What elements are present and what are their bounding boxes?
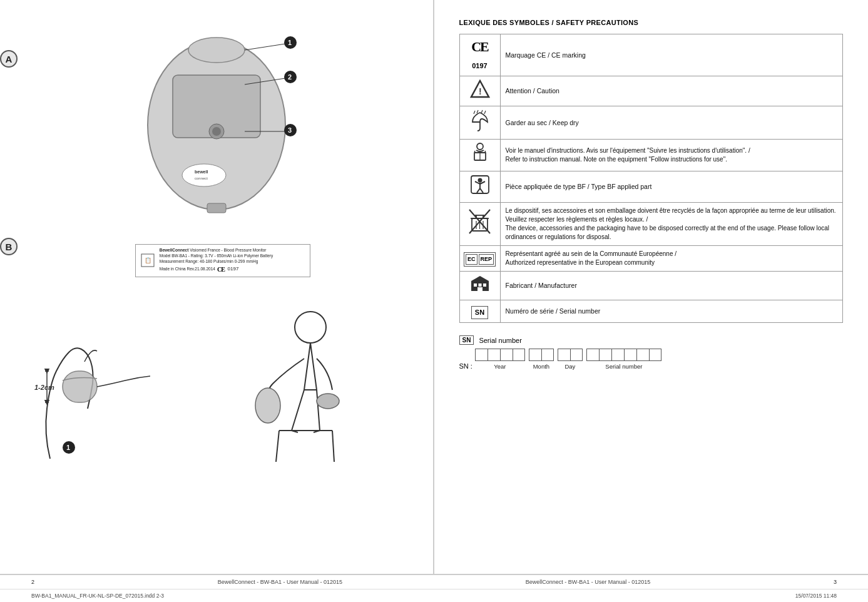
left-page: A bewell connect (0, 0, 434, 574)
usage-right-svg (223, 309, 360, 465)
svg-rect-21 (63, 371, 97, 402)
svg-rect-66 (477, 287, 483, 291)
symbol-cell-recycle (459, 202, 500, 245)
svg-text:bewell: bewell (195, 170, 208, 174)
instruction-symbol (463, 143, 497, 167)
sn-year-boxes (475, 349, 525, 361)
ce-marking-symbol: CE 0197 (463, 38, 497, 73)
sn-box-year-1 (475, 349, 488, 361)
manufacturer-symbol (463, 275, 497, 297)
device-svg: bewell connect 1 (91, 31, 354, 219)
sn-box-year-3 (500, 349, 513, 361)
sn-group-month: Month (529, 349, 554, 370)
sn-box-year-4 (513, 349, 525, 361)
sn-box-serial-5 (636, 349, 649, 361)
sn-box-serial-4 (624, 349, 636, 361)
section-title: LEXIQUE DES SYMBOLES / SAFETY PRECAUTION… (459, 19, 844, 26)
svg-rect-6 (207, 203, 226, 213)
svg-point-41 (477, 143, 483, 150)
bottom-bar: BW-BA1_MANUAL_FR-UK-NL-SP-DE_072015.indd… (0, 589, 868, 602)
ecrep-description: Représentant agréé au sein de la Communa… (500, 245, 843, 271)
bf-description: Pièce appliquée de type BF / Type BF app… (500, 171, 843, 202)
usage-illustrations: 1-2cm 1 (31, 309, 414, 467)
file-info: BW-BA1_MANUAL_FR-UK-NL-SP-DE_072015.indd… (31, 593, 164, 599)
sn-month-label: Month (533, 363, 549, 370)
sn-prefix: SN : (459, 362, 472, 370)
symbol-cell-sn: SN (459, 300, 500, 322)
sn-year-label: Year (494, 363, 506, 370)
sn-description: Numéro de série / Serial number (500, 300, 843, 322)
sn-label-row: SN Serial number (459, 335, 844, 345)
right-footer-text: BewellConnect - BW-BA1 - User Manual - 0… (526, 579, 650, 585)
svg-line-39 (481, 110, 483, 113)
svg-line-49 (477, 188, 480, 193)
device-svg-area: bewell connect 1 (91, 31, 354, 219)
left-page-number: 2 (31, 579, 34, 585)
svg-point-33 (255, 388, 280, 423)
svg-point-45 (477, 178, 482, 182)
sn-box-day-1 (558, 349, 570, 361)
warning-symbol: ! (463, 79, 497, 103)
svg-text:2: 2 (288, 73, 292, 81)
svg-text:1-2cm: 1-2cm (34, 384, 54, 391)
sn-day-label: Day (564, 363, 575, 370)
ec-rep-symbol: EC REP (464, 252, 496, 267)
svg-text:connect: connect (195, 176, 208, 180)
label-box-icon: 📋 (141, 253, 155, 268)
table-row: Le dispositif, ses accessoires et son em… (459, 202, 843, 245)
svg-rect-65 (483, 283, 486, 287)
manufacturer-description: Fabricant / Manufacturer (500, 271, 843, 300)
left-footer-text: BewellConnect - BW-BA1 - User Manual - 0… (218, 579, 342, 585)
sn-box-serial-6 (649, 349, 661, 361)
usage-diagram-right (223, 309, 414, 467)
serial-number-section: SN Serial number SN : Year (459, 335, 844, 370)
sn-month-boxes (529, 349, 554, 361)
table-row: SN Numéro de série / Serial number (459, 300, 843, 322)
product-label-box: 📋 BewellConnect Visiomed France - Blood … (135, 244, 310, 277)
svg-line-40 (484, 111, 486, 114)
sn-serial-label: Serial number (605, 363, 642, 370)
label-icon-svg: 📋 (141, 253, 155, 267)
svg-marker-62 (471, 276, 489, 281)
svg-line-9 (245, 44, 285, 50)
table-row: Pièce appliquée de type BF / Type BF app… (459, 171, 843, 202)
sn-box-month-2 (541, 349, 554, 361)
warning-description: Attention / Caution (500, 76, 843, 106)
usage-diagram-left: 1-2cm 1 (31, 309, 203, 467)
recycle-description: Le dispositif, ses accessoires et son em… (500, 202, 843, 245)
warning-icon: ! (470, 79, 490, 98)
svg-line-38 (477, 110, 478, 113)
svg-text:1: 1 (288, 39, 292, 46)
svg-line-31 (276, 431, 279, 462)
table-row: CE 0197 Marquage CE / CE marking (459, 34, 843, 76)
label-box-text: BewellConnect Visiomed France - Blood Pr… (160, 247, 273, 274)
table-row: Garder au sec / Keep dry (459, 106, 843, 140)
sn-box-serial-2 (599, 349, 611, 361)
label-ce-icon: CE (217, 264, 227, 274)
symbol-cell-ce: CE 0197 (459, 34, 500, 76)
device-illustration: bewell connect 1 (31, 25, 414, 225)
svg-line-32 (332, 431, 334, 462)
svg-rect-63 (474, 283, 477, 287)
sn-groups-container: Year Month (475, 349, 661, 370)
date-info: 15/07/2015 11:48 (795, 593, 837, 599)
svg-text:1: 1 (66, 444, 70, 451)
right-page-number: 3 (834, 579, 837, 585)
sn-group-day: Day (558, 349, 583, 370)
right-page: LEXIQUE DES SYMBOLES / SAFETY PRECAUTION… (434, 0, 869, 574)
instruction-description: Voir le manuel d'instructions. Avis sur … (500, 140, 843, 171)
bf-icon (470, 175, 490, 195)
symbols-table: CE 0197 Marquage CE / CE marking (459, 34, 844, 323)
footer: 2 BewellConnect - BW-BA1 - User Manual -… (0, 574, 868, 589)
svg-text:3: 3 (288, 126, 292, 134)
table-row: Fabricant / Manufacturer (459, 271, 843, 300)
symbol-cell-instruction (459, 140, 500, 171)
table-row: ! Attention / Caution (459, 76, 843, 106)
ce-description: Marquage CE / CE marking (500, 34, 843, 76)
symbol-cell-keepdry (459, 106, 500, 140)
svg-rect-64 (478, 283, 481, 287)
symbol-cell-bf (459, 171, 500, 202)
sn-fields-row: SN : Year (459, 349, 844, 370)
sn-serial-boxes (586, 349, 661, 361)
svg-point-2 (182, 164, 226, 186)
